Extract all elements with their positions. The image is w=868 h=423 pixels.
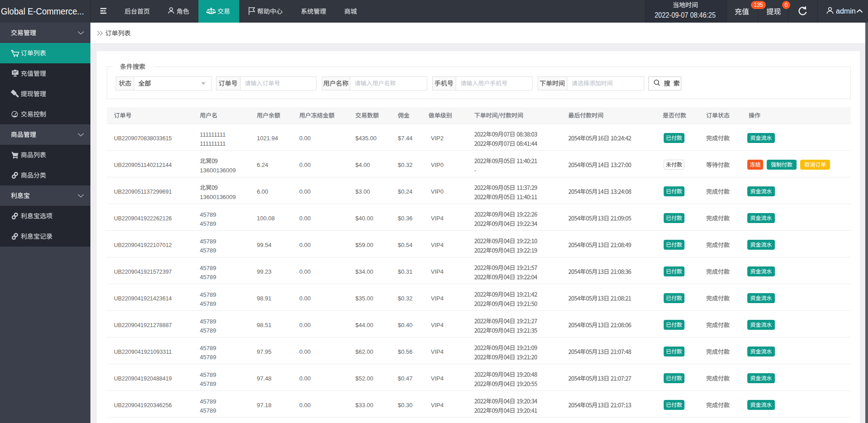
svg-text:$40.00: $40.00 [355, 215, 373, 222]
svg-text:UB2209041920488419: UB2209041920488419 [114, 375, 172, 382]
svg-text:$0.47: $0.47 [398, 375, 413, 382]
svg-text:$0.30: $0.30 [398, 402, 413, 409]
svg-text:VIP4: VIP4 [431, 402, 443, 409]
svg-text:VIP4: VIP4 [431, 268, 443, 275]
svg-text:UB2209051140212144: UB2209051140212144 [114, 162, 172, 168]
svg-text:VIP0: VIP0 [431, 188, 443, 195]
svg-text:45789: 45789 [200, 247, 216, 254]
svg-text:98.91: 98.91 [257, 295, 272, 302]
svg-text:45789: 45789 [200, 371, 216, 378]
svg-text:6.00: 6.00 [257, 188, 268, 195]
svg-text:45789: 45789 [200, 265, 216, 271]
svg-text:97.95: 97.95 [257, 348, 272, 355]
svg-text:admin: admin [836, 7, 856, 15]
svg-text:0.00: 0.00 [299, 135, 311, 142]
svg-text:0.00: 0.00 [299, 188, 311, 195]
svg-text:45789: 45789 [200, 380, 216, 387]
svg-text:0.00: 0.00 [299, 295, 311, 302]
svg-text:VIP4: VIP4 [431, 375, 443, 382]
svg-text:$59.00: $59.00 [355, 242, 373, 248]
svg-text:0.00: 0.00 [299, 268, 311, 275]
svg-text:0.00: 0.00 [299, 215, 311, 222]
svg-text:13600136009: 13600136009 [200, 194, 236, 200]
svg-text:0.00: 0.00 [299, 348, 311, 355]
svg-text:135: 135 [754, 2, 763, 8]
svg-text:45789: 45789 [200, 274, 216, 280]
svg-text:97.18: 97.18 [257, 402, 272, 409]
svg-text:UB2209041922107012: UB2209041922107012 [114, 242, 172, 248]
svg-text:1021.94: 1021.94 [257, 135, 278, 142]
svg-text:VIP4: VIP4 [431, 348, 443, 355]
svg-text:0.00: 0.00 [299, 162, 311, 168]
svg-text:$0.54: $0.54 [398, 242, 413, 248]
svg-text:111111111: 111111111 [200, 131, 226, 138]
svg-text:-: - [474, 167, 476, 174]
svg-text:0.00: 0.00 [299, 322, 311, 328]
svg-text:45789: 45789 [200, 238, 216, 245]
svg-text:$435.00: $435.00 [355, 135, 377, 142]
svg-text:0.00: 0.00 [299, 242, 311, 248]
svg-text:UB2209041921423614: UB2209041921423614 [114, 295, 172, 302]
svg-text:97.48: 97.48 [257, 375, 272, 382]
svg-text:$34.00: $34.00 [355, 268, 373, 275]
svg-text:45789: 45789 [200, 354, 216, 361]
svg-text:$0.31: $0.31 [398, 268, 413, 275]
svg-text:VIP4: VIP4 [431, 295, 443, 302]
svg-text:$7.44: $7.44 [398, 135, 413, 142]
svg-text:UB2209041922262126: UB2209041922262126 [114, 215, 172, 222]
svg-text:45789: 45789 [200, 398, 216, 405]
svg-text:0.00: 0.00 [299, 402, 311, 409]
svg-text:98.51: 98.51 [257, 322, 272, 328]
svg-text:UB2209041921278887: UB2209041921278887 [114, 322, 172, 328]
svg-text:VIP4: VIP4 [431, 215, 443, 222]
svg-text:45789: 45789 [200, 211, 216, 218]
svg-text:$0.56: $0.56 [398, 348, 413, 355]
svg-text:VIP0: VIP0 [431, 162, 443, 168]
svg-text:$62.00: $62.00 [355, 348, 373, 355]
svg-text:$0.36: $0.36 [398, 215, 413, 222]
svg-text:45789: 45789 [200, 327, 216, 334]
svg-text:99.23: 99.23 [257, 268, 272, 275]
svg-text:$35.00: $35.00 [355, 295, 373, 302]
svg-text:2022-09-07 08:46:25: 2022-09-07 08:46:25 [655, 11, 716, 19]
svg-text:$0.24: $0.24 [398, 188, 413, 195]
svg-text:UB2209041921572397: UB2209041921572397 [114, 268, 172, 275]
svg-text:$0.32: $0.32 [398, 162, 413, 168]
svg-text:45789: 45789 [200, 300, 216, 307]
svg-text:VIP4: VIP4 [431, 242, 443, 248]
svg-text:6.24: 6.24 [257, 162, 268, 168]
svg-text:0: 0 [785, 2, 788, 8]
svg-text:100.08: 100.08 [257, 215, 275, 222]
svg-text:13600136009: 13600136009 [200, 167, 236, 174]
svg-text:VIP2: VIP2 [431, 135, 443, 142]
svg-text:45789: 45789 [200, 318, 216, 325]
svg-text:45789: 45789 [200, 220, 216, 227]
svg-text:$52.00: $52.00 [355, 375, 373, 382]
svg-text:$0.40: $0.40 [398, 322, 413, 328]
svg-text:UB2209070838033615: UB2209070838033615 [114, 135, 172, 142]
svg-text:UB2209041920346256: UB2209041920346256 [114, 402, 172, 409]
svg-text:VIP4: VIP4 [431, 322, 443, 328]
svg-text:UB2209041921093311: UB2209041921093311 [114, 348, 172, 355]
svg-text:Global E-Commerce...: Global E-Commerce... [1, 6, 84, 16]
svg-text:$4.00: $4.00 [355, 162, 370, 168]
svg-text:$3.00: $3.00 [355, 188, 370, 195]
svg-text:$0.32: $0.32 [398, 295, 413, 302]
svg-text:0.00: 0.00 [299, 375, 311, 382]
svg-text:$44.00: $44.00 [355, 322, 373, 328]
svg-text:UB2209051137299691: UB2209051137299691 [114, 188, 172, 195]
svg-text:111111111: 111111111 [200, 140, 226, 147]
svg-text:45789: 45789 [200, 407, 216, 414]
svg-text:45789: 45789 [200, 291, 216, 298]
svg-text:45789: 45789 [200, 345, 216, 352]
svg-text:99.54: 99.54 [257, 242, 272, 248]
svg-text:$33.00: $33.00 [355, 402, 373, 409]
